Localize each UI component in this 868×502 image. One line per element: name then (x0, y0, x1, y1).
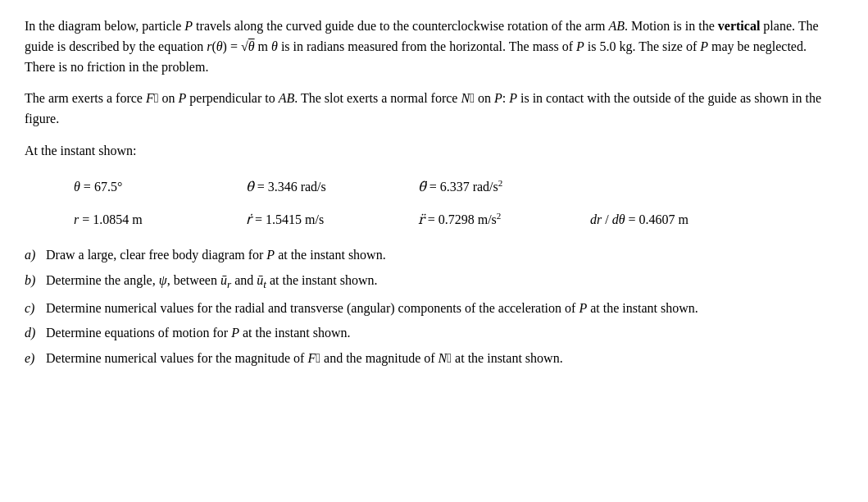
given-values: θ = 67.5° θ̇ = 3.346 rad/s θ̈ = 6.337 ra… (74, 176, 828, 230)
r-dot-value: ṙ = 1.5415 m/s (246, 210, 369, 230)
theta-dot-value: θ̇ = 3.346 rad/s (246, 177, 369, 198)
question-a: a) Draw a large, clear free body diagram… (25, 245, 828, 266)
question-c-label: c) (25, 299, 41, 319)
question-e: e) Determine numerical values for the ma… (25, 349, 828, 369)
question-d-label: d) (25, 323, 41, 344)
given-row-2: r = 1.0854 m ṙ = 1.5415 m/s r̈ = 0.7298 … (74, 209, 828, 230)
r-value: r = 1.0854 m (74, 210, 197, 230)
question-c-text: Determine numerical values for the radia… (46, 299, 828, 319)
question-a-label: a) (25, 245, 41, 266)
question-e-label: e) (25, 349, 41, 369)
dr-dtheta-value: dr / dθ = 0.4607 m (590, 210, 713, 230)
theta-value: θ = 67.5° (74, 177, 197, 198)
questions-list: a) Draw a large, clear free body diagram… (25, 245, 828, 369)
given-row-1: θ = 67.5° θ̇ = 3.346 rad/s θ̈ = 6.337 ra… (74, 176, 828, 198)
question-d: d) Determine equations of motion for P a… (25, 323, 828, 344)
question-b: b) Determine the angle, ψ, between ūr an… (25, 271, 828, 294)
paragraph-2: The arm exerts a force F⃗ on P perpendic… (25, 89, 828, 130)
question-b-label: b) (25, 271, 41, 294)
question-b-text: Determine the angle, ψ, between ūr and ū… (46, 271, 828, 294)
theta-ddot-value: θ̈ = 6.337 rad/s2 (418, 176, 541, 198)
paragraph-3: At the instant shown: (25, 141, 828, 162)
r-ddot-value: r̈ = 0.7298 m/s2 (418, 209, 541, 230)
question-a-text: Draw a large, clear free body diagram fo… (46, 245, 828, 266)
question-c: c) Determine numerical values for the ra… (25, 299, 828, 319)
question-d-text: Determine equations of motion for P at t… (46, 323, 828, 344)
main-content: In the diagram below, particle P travels… (25, 16, 828, 369)
question-e-text: Determine numerical values for the magni… (46, 349, 828, 369)
paragraph-1: In the diagram below, particle P travels… (25, 16, 828, 77)
